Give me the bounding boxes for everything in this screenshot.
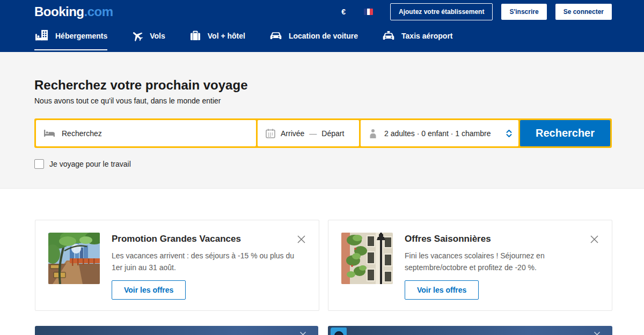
page-title: Recherchez votre prochain voyage — [34, 78, 644, 93]
dates-field[interactable]: Arrivée — Départ — [258, 120, 359, 146]
checkin-label: Arrivée — [281, 129, 304, 138]
promo-cards-section: Promotion Grandes Vacances Les vacances … — [0, 189, 644, 311]
nav-tab-label: Vol + hôtel — [208, 32, 245, 40]
close-icon[interactable] — [296, 234, 306, 244]
promo-card-description: Les vacances arrivent : des séjours à -1… — [112, 250, 301, 273]
business-travel-checkbox[interactable] — [34, 159, 44, 169]
see-offers-button[interactable]: Voir les offres — [112, 280, 186, 300]
promo-card-seasonal: Offres Saisonnières Fini les vacances sc… — [328, 220, 612, 311]
calendar-icon — [265, 128, 276, 139]
signup-button[interactable]: S'inscrire — [501, 4, 546, 20]
occupancy-field[interactable]: 2 adultes · 0 enfant · 1 chambre — [361, 120, 518, 146]
logo-text-com: .com — [84, 4, 113, 19]
nav-tab-accommodations[interactable]: Hébergements — [34, 29, 107, 50]
promo-card-content: Promotion Grandes Vacances Les vacances … — [112, 233, 301, 298]
bottom-banner — [35, 326, 318, 335]
language-selector[interactable] — [358, 5, 378, 18]
nav-tab-flights[interactable]: Vols — [131, 29, 165, 50]
nav-tab-car-rental[interactable]: Location de voiture — [269, 29, 358, 50]
nav-tab-label: Hébergements — [55, 32, 107, 40]
person-icon — [368, 128, 378, 139]
page-subtitle: Nous avons tout ce qu'il vous faut, dans… — [34, 96, 644, 105]
genius-badge-icon — [331, 327, 347, 335]
header-top-row: Booking.com € Ajoutez votre établissemen… — [34, 4, 612, 20]
header: Booking.com € Ajoutez votre établissemen… — [0, 0, 644, 52]
nav-tab-label: Vols — [150, 32, 165, 40]
search-box: Arrivée — Départ 2 adultes · 0 enfant · … — [34, 118, 612, 148]
product-nav: Hébergements Vols — [34, 29, 612, 50]
business-travel-row[interactable]: Je voyage pour le travail — [34, 159, 131, 169]
hero-search-section: Recherchez votre prochain voyage Nous av… — [0, 52, 644, 189]
nav-tab-flight-hotel[interactable]: Vol + hôtel — [189, 29, 245, 50]
promo-card-title: Offres Saisonnières — [405, 234, 584, 244]
header-actions: € Ajoutez votre établissement S'inscrire… — [336, 3, 612, 20]
promo-card-description: Fini les vacances scolaires ! Séjournez … — [405, 250, 584, 273]
chevron-up-down-icon — [506, 129, 513, 138]
taxi-icon — [382, 29, 396, 42]
promo-card-title: Promotion Grandes Vacances — [112, 234, 301, 244]
bed-icon — [43, 129, 55, 138]
plane-icon — [131, 29, 144, 42]
nav-tab-airport-taxis[interactable]: Taxis aéroport — [382, 29, 452, 50]
close-icon[interactable] — [299, 331, 307, 335]
see-offers-button[interactable]: Voir les offres — [405, 280, 479, 300]
currency-selector[interactable]: € — [336, 4, 351, 19]
nav-tab-label: Location de voiture — [289, 32, 358, 40]
promo-card-content: Offres Saisonnières Fini les vacances sc… — [405, 233, 584, 298]
booking-logo[interactable]: Booking.com — [34, 4, 113, 19]
close-icon[interactable] — [593, 331, 601, 335]
french-flag-icon — [364, 9, 373, 15]
bottom-banners-section — [0, 326, 644, 335]
bottom-banner — [328, 326, 612, 335]
search-button[interactable]: Rechercher — [520, 120, 610, 146]
dates-separator: — — [309, 129, 317, 138]
car-icon — [269, 29, 283, 42]
city-building-photo — [341, 233, 393, 284]
park-promenade-photo — [48, 233, 100, 284]
occupancy-summary: 2 adultes · 0 enfant · 1 chambre — [384, 129, 491, 138]
add-property-button[interactable]: Ajoutez votre établissement — [390, 3, 493, 20]
accommodations-icon — [34, 29, 49, 42]
checkout-label: Départ — [321, 129, 344, 138]
signin-button[interactable]: Se connecter — [555, 4, 612, 20]
nav-tab-label: Taxis aéroport — [401, 32, 452, 40]
business-travel-label: Je voyage pour le travail — [49, 160, 131, 168]
booking-homepage: Booking.com € Ajoutez votre établissemen… — [0, 0, 644, 335]
close-icon[interactable] — [589, 234, 599, 244]
suitcase-icon — [189, 29, 202, 42]
logo-text-booking: Booking — [34, 4, 84, 19]
destination-input[interactable] — [62, 129, 248, 138]
promo-card-summer: Promotion Grandes Vacances Les vacances … — [35, 220, 319, 311]
destination-field[interactable] — [36, 120, 256, 146]
